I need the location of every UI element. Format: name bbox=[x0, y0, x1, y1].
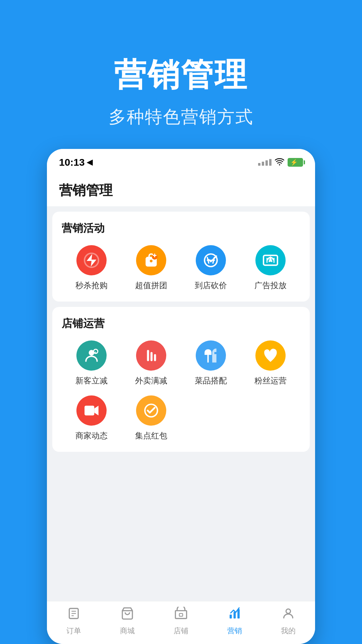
merchant-news-label: 商家动态 bbox=[75, 430, 108, 441]
points-redpacket-item[interactable]: 集点红包 bbox=[121, 395, 181, 441]
points-redpacket-icon bbox=[136, 395, 166, 426]
svg-rect-9 bbox=[154, 354, 156, 361]
sub-title: 多种特色营销方式 bbox=[109, 105, 253, 129]
ads-item[interactable]: 广告投放 bbox=[241, 245, 300, 291]
battery-icon: ⚡ bbox=[288, 158, 303, 167]
flash-sale-item[interactable]: 秒杀抢购 bbox=[62, 245, 121, 291]
nav-mine[interactable]: 我的 bbox=[268, 607, 308, 636]
header-section: 营销管理 多种特色营销方式 bbox=[0, 0, 362, 149]
store-operations-card: 店铺运营 + 新客立减 外卖满减 bbox=[52, 307, 310, 452]
delivery-discount-item[interactable]: 外卖满减 bbox=[121, 340, 181, 386]
delivery-discount-icon bbox=[136, 340, 166, 371]
marketing-activities-grid: 秒杀抢购 超值拼团 到店砍价 bbox=[62, 245, 300, 291]
svg-text:+: + bbox=[94, 351, 96, 354]
svg-rect-18 bbox=[179, 613, 183, 616]
bargain-icon bbox=[196, 245, 226, 275]
points-redpacket-label: 集点红包 bbox=[135, 430, 167, 441]
delivery-discount-label: 外卖满减 bbox=[135, 375, 167, 386]
merchant-news-item[interactable]: 商家动态 bbox=[62, 395, 121, 441]
fans-ops-label: 粉丝运营 bbox=[254, 375, 287, 386]
status-time: 10:13 ◀ bbox=[59, 157, 93, 168]
marketing-icon bbox=[228, 607, 241, 623]
svg-point-22 bbox=[286, 609, 290, 613]
main-title: 营销管理 bbox=[114, 54, 248, 97]
store-label: 店铺 bbox=[174, 626, 188, 636]
content-area: 营销活动 秒杀抢购 超值拼团 bbox=[47, 206, 315, 601]
section-title-store: 店铺运营 bbox=[62, 316, 300, 331]
mall-icon bbox=[121, 607, 134, 623]
store-operations-grid: + 新客立减 外卖满减 菜品搭配 bbox=[62, 340, 300, 441]
app-header: 营销管理 bbox=[47, 173, 315, 206]
nav-marketing[interactable]: 营销 bbox=[215, 607, 255, 636]
group-buy-icon bbox=[136, 245, 166, 275]
marketing-activities-card: 营销活动 秒杀抢购 超值拼团 bbox=[52, 212, 310, 302]
dish-combo-icon bbox=[196, 340, 226, 371]
svg-rect-8 bbox=[150, 352, 153, 361]
group-buy-item[interactable]: 超值拼团 bbox=[121, 245, 181, 291]
location-icon: ◀ bbox=[87, 158, 93, 167]
group-buy-label: 超值拼团 bbox=[135, 280, 167, 291]
merchant-news-icon bbox=[76, 395, 107, 426]
status-icons: ⚡ bbox=[258, 157, 303, 168]
mine-icon bbox=[282, 607, 295, 623]
orders-icon bbox=[67, 607, 80, 623]
new-customer-label: 新客立减 bbox=[75, 375, 108, 386]
bargain-label: 到店砍价 bbox=[195, 280, 227, 291]
ads-label: 广告投放 bbox=[254, 280, 287, 291]
marketing-label: 营销 bbox=[227, 626, 242, 636]
store-icon bbox=[174, 607, 188, 623]
phone-mockup: 10:13 ◀ ⚡ 营销管理 bbox=[47, 149, 315, 644]
mall-label: 商城 bbox=[120, 626, 135, 636]
status-bar: 10:13 ◀ ⚡ bbox=[47, 149, 315, 173]
new-customer-icon: + bbox=[76, 340, 107, 371]
ads-icon bbox=[255, 245, 286, 275]
fans-ops-icon bbox=[255, 340, 286, 371]
wifi-icon bbox=[275, 157, 284, 168]
section-title-marketing: 营销活动 bbox=[62, 221, 300, 236]
flash-sale-label: 秒杀抢购 bbox=[75, 280, 108, 291]
svg-point-0 bbox=[279, 164, 280, 165]
mine-label: 我的 bbox=[281, 626, 296, 636]
app-header-title: 营销管理 bbox=[59, 181, 303, 200]
fans-ops-item[interactable]: 粉丝运营 bbox=[241, 340, 300, 386]
signal-icon bbox=[258, 159, 272, 166]
orders-label: 订单 bbox=[66, 626, 81, 636]
nav-mall[interactable]: 商城 bbox=[107, 607, 147, 636]
svg-rect-17 bbox=[175, 611, 186, 619]
nav-orders[interactable]: 订单 bbox=[54, 607, 94, 636]
bargain-item[interactable]: 到店砍价 bbox=[181, 245, 241, 291]
svg-rect-19 bbox=[230, 614, 232, 619]
svg-rect-10 bbox=[84, 406, 94, 415]
dish-combo-item[interactable]: 菜品搭配 bbox=[181, 340, 241, 386]
nav-store[interactable]: 店铺 bbox=[161, 607, 201, 636]
bottom-nav: 订单 商城 店铺 营销 我的 bbox=[47, 601, 315, 644]
dish-combo-label: 菜品搭配 bbox=[195, 375, 227, 386]
flash-sale-icon bbox=[76, 245, 107, 275]
new-customer-item[interactable]: + 新客立减 bbox=[62, 340, 121, 386]
svg-rect-7 bbox=[147, 350, 149, 361]
